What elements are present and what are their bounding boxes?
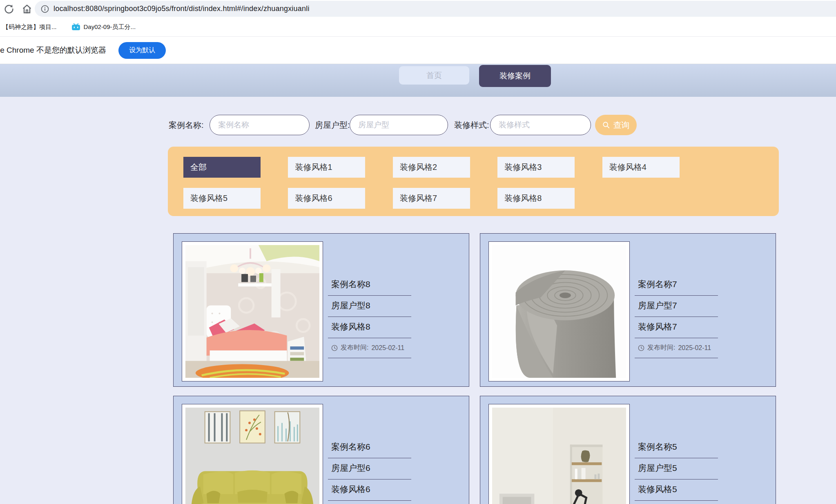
- case-name[interactable]: 案例名称5: [635, 437, 718, 458]
- home-icon[interactable]: [21, 3, 33, 15]
- case-info: 案例名称5 房屋户型5 装修风格5 发布时间: 2025-02-11: [635, 437, 718, 504]
- bilibili-tv-icon: [71, 23, 80, 31]
- case-info: 案例名称7 房屋户型7 装修风格7 发布时间: 2025-02-11: [635, 274, 718, 358]
- case-name[interactable]: 案例名称6: [328, 437, 411, 458]
- case-name[interactable]: 案例名称7: [635, 274, 718, 296]
- case-photo-study-alcove: [488, 404, 630, 504]
- case-publish-row: 发布时间: 2025-02-11: [328, 338, 411, 358]
- case-publish-row: 发布时间: 2025-02-11: [635, 338, 718, 358]
- case-card[interactable]: 案例名称6 房屋户型6 装修风格6 发布时间: 2025-02-11: [173, 396, 469, 504]
- clock-icon: [638, 345, 644, 351]
- case-name-input[interactable]: [210, 115, 310, 135]
- address-bar[interactable]: localhost:8080/springboot3c09jo5s/front/…: [35, 1, 836, 17]
- filter-chip-style6[interactable]: 装修风格6: [288, 188, 365, 209]
- case-style: 装修风格8: [328, 317, 411, 338]
- filter-chip-all[interactable]: 全部: [183, 157, 261, 178]
- browser-toolbar: localhost:8080/springboot3c09jo5s/front/…: [0, 0, 836, 18]
- filter-chip-style4[interactable]: 装修风格4: [602, 157, 680, 178]
- case-photo-yellow-sofa: [182, 404, 323, 504]
- case-info: 案例名称8 房屋户型8 装修风格8 发布时间: 2025-02-11: [328, 274, 411, 358]
- page-content: 首页 装修案例 案例名称: 房屋户型: 装修样式: 查询 全部 装修风格1 装修…: [0, 64, 836, 504]
- bookmark-item-day02[interactable]: Day02-09-员工分...: [71, 23, 136, 31]
- case-photo-pink-bedroom: [182, 241, 323, 381]
- reload-icon[interactable]: [3, 3, 15, 15]
- query-button[interactable]: 查询: [595, 115, 637, 135]
- case-publish-row: 发布时间: 2025-02-11: [635, 501, 718, 504]
- house-type-input[interactable]: [350, 115, 448, 135]
- wall-art: [205, 411, 300, 443]
- case-house-type: 房屋户型7: [635, 296, 718, 317]
- case-style: 装修风格5: [635, 479, 718, 501]
- case-house-type: 房屋户型6: [328, 458, 411, 479]
- filter-chip-style8[interactable]: 装修风格8: [497, 188, 575, 209]
- case-info: 案例名称6 房屋户型6 装修风格6 发布时间: 2025-02-11: [328, 437, 411, 504]
- case-house-type: 房屋户型5: [635, 458, 718, 479]
- case-name-label: 案例名称:: [169, 115, 204, 135]
- decoration-style-input[interactable]: [490, 115, 591, 135]
- search-icon: [602, 121, 610, 129]
- case-photo-felt-roll: [488, 241, 630, 381]
- publish-date: 2025-02-11: [371, 344, 404, 352]
- case-style: 装修风格6: [328, 479, 411, 501]
- filter-chip-style3[interactable]: 装修风格3: [497, 157, 575, 178]
- bookmark-label: 【码神之路】项目...: [2, 23, 57, 31]
- tab-decoration-cases[interactable]: 装修案例: [479, 65, 551, 87]
- alcove: [570, 445, 603, 504]
- publish-date: 2025-02-11: [678, 344, 711, 352]
- sofa: [191, 471, 314, 504]
- url-text[interactable]: localhost:8080/springboot3c09jo5s/front/…: [54, 4, 310, 13]
- bookmark-item-mashen[interactable]: 【码神之路】项目...: [2, 23, 57, 31]
- case-card[interactable]: 案例名称7 房屋户型7 装修风格7 发布时间: 2025-02-11: [480, 233, 776, 387]
- case-publish-row: 发布时间: 2025-02-11: [328, 501, 411, 504]
- style-filter-panel: 全部 装修风格1 装修风格2 装修风格3 装修风格4 装修风格5 装修风格6 装…: [168, 147, 779, 216]
- case-style: 装修风格7: [635, 317, 718, 338]
- clock-icon: [331, 345, 338, 351]
- filter-chip-style7[interactable]: 装修风格7: [393, 188, 470, 209]
- set-default-button[interactable]: 设为默认: [118, 42, 166, 59]
- case-name[interactable]: 案例名称8: [328, 274, 411, 296]
- query-button-label: 查询: [613, 120, 630, 131]
- case-card[interactable]: 案例名称8 房屋户型8 装修风格8 发布时间: 2025-02-11: [173, 233, 469, 387]
- case-house-type: 房屋户型8: [328, 296, 411, 317]
- publish-label: 发布时间:: [647, 343, 675, 352]
- fireplace-niche: [499, 494, 534, 504]
- default-browser-text: le Chrome 不是您的默认浏览器: [0, 45, 106, 56]
- filter-chip-style1[interactable]: 装修风格1: [288, 157, 365, 178]
- tab-home[interactable]: 首页: [399, 66, 469, 85]
- case-card[interactable]: 案例名称5 房屋户型5 装修风格5 发布时间: 2025-02-11: [480, 396, 776, 504]
- site-info-icon[interactable]: [40, 4, 49, 13]
- browser-window: localhost:8080/springboot3c09jo5s/front/…: [0, 0, 836, 504]
- default-browser-bar: le Chrome 不是您的默认浏览器 设为默认: [0, 37, 836, 64]
- filter-chip-style2[interactable]: 装修风格2: [393, 157, 470, 178]
- bookmark-label: Day02-09-员工分...: [84, 23, 136, 31]
- decoration-style-label: 装修样式:: [454, 115, 489, 135]
- bookmarks-bar: 【码神之路】项目... Day02-09-员工分...: [0, 18, 836, 37]
- publish-label: 发布时间:: [341, 343, 368, 352]
- house-type-label: 房屋户型:: [315, 115, 350, 135]
- nav-band: 首页 装修案例: [0, 64, 836, 97]
- filter-chip-style5[interactable]: 装修风格5: [183, 188, 261, 209]
